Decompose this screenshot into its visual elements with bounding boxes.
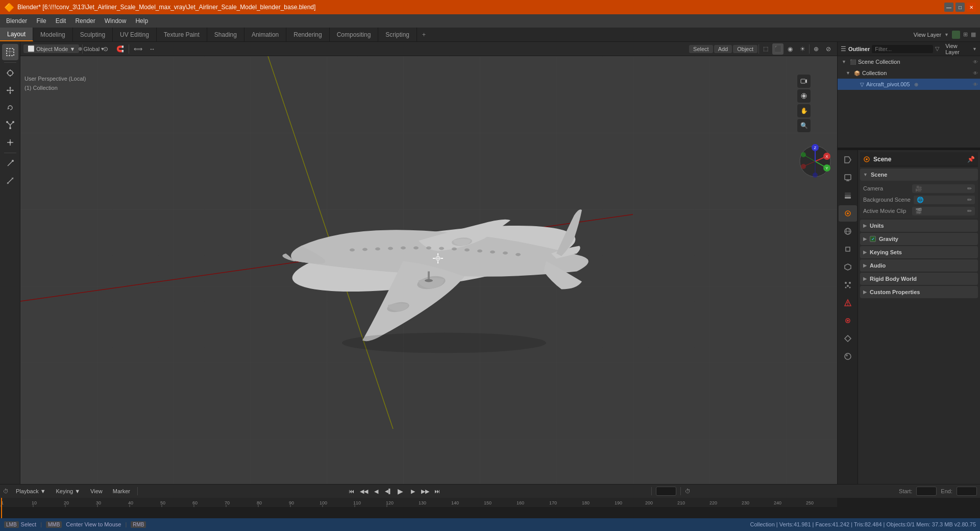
viewport-overlay-btn[interactable]: ⊕ — [811, 43, 822, 55]
viewport-select-menu[interactable]: Add — [714, 45, 732, 53]
pb-jump-start[interactable]: ⏮ — [346, 486, 357, 497]
menu-edit[interactable]: Edit — [52, 16, 70, 26]
viewport-view-menu[interactable]: Select — [689, 45, 713, 53]
viewport[interactable]: ⬜ Object Mode ▼ ⊕ Global ▼ ⊙ 🧲 ⟺ ↔ Selec… — [20, 42, 837, 484]
menu-window[interactable]: Window — [101, 16, 131, 26]
tool-select[interactable] — [2, 44, 18, 60]
prop-tab-object[interactable] — [839, 241, 857, 257]
outliner-scene-collection[interactable]: ▼ ⬛ Scene Collection 👁 — [838, 56, 980, 67]
minimize-button[interactable]: — — [944, 3, 953, 12]
render-engine-icon[interactable]: ▦ — [971, 31, 976, 38]
background-scene-value[interactable]: 🌐 ✏ — [914, 196, 975, 204]
units-section-header[interactable]: ▶ Units — [860, 220, 978, 232]
tab-compositing[interactable]: Compositing — [330, 28, 379, 41]
prop-tab-modifier[interactable] — [839, 259, 857, 275]
camera-value[interactable]: 🎥 ✏ — [912, 184, 975, 193]
tool-scale[interactable] — [2, 117, 18, 133]
scene-area[interactable]: User Perspective (Local) (1) Collection — [20, 56, 837, 484]
tab-layout[interactable]: Layout — [0, 28, 33, 41]
timeline-playback-menu[interactable]: Playback ▼ — [13, 488, 49, 495]
aircraft-visibility[interactable]: 👁 — [973, 82, 978, 87]
viewport-zoom[interactable]: 🔍 — [797, 119, 811, 132]
prop-tab-render[interactable] — [839, 152, 857, 168]
nav-gizmo-container[interactable]: X Y Z — [797, 143, 833, 179]
custom-properties-header[interactable]: ▶ Custom Properties — [860, 286, 978, 298]
tab-add[interactable]: + — [417, 28, 431, 41]
tab-scripting[interactable]: Scripting — [378, 28, 417, 41]
menu-help[interactable]: Help — [131, 16, 152, 26]
viewport-material-btn[interactable]: ◉ — [785, 43, 796, 55]
keying-sets-section-header[interactable]: ▶ Keying Sets — [860, 246, 978, 258]
maximize-button[interactable]: □ — [955, 3, 965, 12]
active-movie-clip-value[interactable]: 🎬 ✏ — [912, 207, 975, 215]
outliner-aircraft-pivot[interactable]: ▶ ▽ Aircraft_pivot.005 ⊕ 👁 — [838, 79, 980, 90]
prop-tab-material[interactable] — [839, 348, 857, 365]
tool-measure[interactable] — [2, 173, 18, 189]
prop-tab-particles[interactable] — [839, 277, 857, 293]
prop-tab-constraints[interactable] — [839, 312, 857, 329]
viewport-proportional[interactable]: ⊙ — [100, 43, 111, 55]
scene-collection-visibility[interactable]: 👁 — [973, 59, 978, 65]
viewport-render-preview[interactable] — [797, 89, 811, 103]
camera-edit-icon[interactable]: ✏ — [967, 185, 972, 192]
end-frame-input[interactable]: 250 — [957, 487, 977, 496]
tab-rendering[interactable]: Rendering — [286, 28, 329, 41]
tool-annotate[interactable] — [2, 155, 18, 172]
scene-pin-icon[interactable]: 📌 — [967, 156, 975, 163]
collection-visibility[interactable]: 👁 — [973, 70, 978, 76]
rigid-body-world-header[interactable]: ▶ Rigid Body World — [860, 273, 978, 285]
scene-section-header[interactable]: ▼ Scene — [860, 168, 978, 181]
viewport-mode-selector[interactable]: ⬜ Object Mode ▼ — [23, 44, 79, 53]
current-frame-input[interactable]: 1 — [656, 487, 676, 496]
viewport-solid-btn[interactable]: ⬛ — [772, 43, 783, 55]
view-layer-dropdown[interactable]: ▼ — [972, 46, 977, 52]
tool-move[interactable] — [2, 82, 18, 99]
timeline-marker-menu[interactable]: Marker — [110, 488, 133, 495]
viewport-wireframe-btn[interactable]: ⬚ — [760, 43, 771, 55]
menu-file[interactable]: File — [32, 16, 50, 26]
scene-selector-icon[interactable]: ⊞ — [963, 31, 968, 38]
tool-cursor[interactable] — [2, 65, 18, 81]
tool-transform[interactable] — [2, 134, 18, 151]
close-button[interactable]: ✕ — [967, 3, 976, 12]
pb-next-keyframe[interactable]: ▶▶ — [420, 486, 431, 497]
gravity-checkbox[interactable]: ✓ — [870, 236, 876, 242]
tab-uv-editing[interactable]: UV Editing — [113, 28, 157, 41]
prop-tab-world[interactable] — [839, 223, 857, 239]
prop-tab-scene[interactable] — [839, 205, 857, 222]
outliner-search[interactable] — [872, 45, 933, 53]
view-layer-dropdown-icon[interactable]: ▼ — [944, 32, 949, 37]
prop-tab-view-layer[interactable] — [839, 187, 857, 204]
viewport-rendered-btn[interactable]: ☀ — [797, 43, 808, 55]
menu-render[interactable]: Render — [71, 16, 99, 26]
tab-modeling[interactable]: Modeling — [33, 28, 73, 41]
pb-prev-keyframe[interactable]: ◀◀ — [358, 486, 370, 497]
prop-tab-data[interactable] — [839, 330, 857, 347]
timeline-keying-menu[interactable]: Keying ▼ — [53, 488, 84, 495]
tab-texture-paint[interactable]: Texture Paint — [157, 28, 207, 41]
tab-shading[interactable]: Shading — [207, 28, 244, 41]
audio-section-header[interactable]: ▶ Audio — [860, 259, 978, 272]
viewport-mirror[interactable]: ⟺ — [132, 43, 143, 55]
tool-rotate[interactable] — [2, 100, 18, 116]
viewport-camera-view[interactable] — [797, 75, 811, 88]
pb-jump-end[interactable]: ⏭ — [432, 486, 443, 497]
viewport-xray-btn[interactable]: ⊘ — [823, 43, 834, 55]
viewport-add-menu[interactable]: Object — [733, 45, 757, 53]
pb-step-forward[interactable]: ▶ — [407, 486, 419, 497]
pb-play-reverse[interactable]: ◀▌ — [383, 486, 394, 497]
pb-play[interactable]: ▶ — [395, 486, 406, 497]
start-frame-input[interactable]: 1 — [916, 487, 937, 496]
viewport-grab[interactable]: ✋ — [797, 104, 811, 117]
viewport-snap[interactable]: 🧲 — [114, 43, 126, 55]
background-edit-icon[interactable]: ✏ — [967, 197, 972, 203]
outliner-filter-icon[interactable]: ▽ — [935, 45, 939, 52]
viewport-transform[interactable]: ↔ — [146, 43, 158, 55]
tab-animation[interactable]: Animation — [244, 28, 286, 41]
outliner-collection[interactable]: ▼ 📦 Collection 👁 — [838, 67, 980, 79]
timeline-track-area[interactable]: 1 10 20 30 40 50 60 70 80 90 100 110 120… — [0, 498, 980, 518]
menu-blender[interactable]: Blender — [2, 16, 31, 26]
frame-indicator[interactable] — [1, 498, 2, 518]
prop-tab-physics[interactable] — [839, 295, 857, 311]
tab-sculpting[interactable]: Sculpting — [73, 28, 113, 41]
